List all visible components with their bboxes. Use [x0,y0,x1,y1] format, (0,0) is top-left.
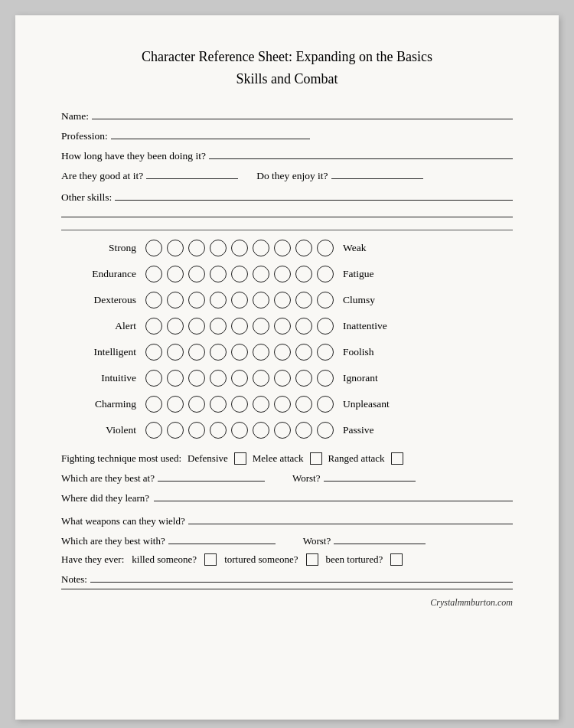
name-input[interactable] [92,107,513,119]
circle-5[interactable] [231,292,248,309]
circle-9[interactable] [317,344,334,361]
defensive-checkbox[interactable] [234,452,246,465]
do-they-label: Do they enjoy it? [256,170,328,182]
circle-8[interactable] [295,240,312,256]
circle-4[interactable] [210,422,227,439]
circle-1[interactable] [145,266,162,282]
trait-row-charming: Charming Unpleasant [61,396,513,413]
weapons-worst-input[interactable] [334,532,426,544]
circle-8[interactable] [295,266,312,282]
enjoy-input[interactable] [331,167,423,179]
weapons-worst-part: Worst? [303,532,426,547]
circle-4[interactable] [210,344,227,361]
profession-input[interactable] [111,127,310,139]
circle-5[interactable] [231,266,248,282]
circle-2[interactable] [167,240,184,256]
circle-2[interactable] [167,422,184,439]
circle-3[interactable] [188,240,205,256]
circle-1[interactable] [145,240,162,256]
how-long-input[interactable] [209,147,513,159]
circle-9[interactable] [317,370,334,387]
circle-3[interactable] [188,292,205,309]
circle-4[interactable] [210,266,227,282]
circle-4[interactable] [210,240,227,256]
circle-1[interactable] [145,318,162,335]
circle-1[interactable] [145,344,162,361]
circle-5[interactable] [231,370,248,387]
other-skills-label: Other skills: [61,191,112,204]
circle-8[interactable] [295,292,312,309]
notes-input[interactable] [90,570,513,583]
circle-8[interactable] [295,370,312,387]
circle-7[interactable] [274,422,291,439]
circle-2[interactable] [167,266,184,282]
circle-6[interactable] [253,344,269,361]
circle-3[interactable] [188,422,205,439]
wield-input[interactable] [188,512,513,524]
trait-left-endurance: Endurance [61,268,145,280]
circle-3[interactable] [188,344,205,361]
circle-6[interactable] [253,318,269,335]
circle-6[interactable] [253,266,269,282]
circle-1[interactable] [145,292,162,309]
circle-6[interactable] [253,292,269,309]
weapons-best-input[interactable] [168,532,276,544]
melee-checkbox[interactable] [310,452,322,465]
circle-6[interactable] [253,422,269,439]
killed-checkbox[interactable] [204,553,217,566]
circle-2[interactable] [167,396,184,413]
notes-line: Notes: [61,570,513,586]
circle-1[interactable] [145,422,162,439]
circle-3[interactable] [188,370,205,387]
tortured-checkbox[interactable] [306,553,318,566]
circle-8[interactable] [295,422,312,439]
circle-7[interactable] [274,292,291,309]
circle-4[interactable] [210,370,227,387]
circle-2[interactable] [167,370,184,387]
circle-7[interactable] [274,396,291,413]
circle-8[interactable] [295,344,312,361]
been-tortured-checkbox[interactable] [390,553,403,566]
trait-right-charming: Unpleasant [334,398,418,410]
circle-1[interactable] [145,370,162,387]
circle-5[interactable] [231,318,248,335]
circle-2[interactable] [167,318,184,335]
circle-3[interactable] [188,266,205,282]
circle-2[interactable] [167,292,184,309]
worst-input-combat[interactable] [324,469,416,482]
good-at-input[interactable] [146,167,238,179]
notes-label: Notes: [61,573,87,586]
circle-8[interactable] [295,318,312,335]
circle-9[interactable] [317,422,334,439]
circle-7[interactable] [274,370,291,387]
circle-2[interactable] [167,344,184,361]
circle-7[interactable] [274,318,291,335]
circle-4[interactable] [210,292,227,309]
circle-9[interactable] [317,396,334,413]
other-skills-input[interactable] [115,188,513,201]
circle-8[interactable] [295,396,312,413]
circle-3[interactable] [188,318,205,335]
circle-6[interactable] [253,240,269,256]
circle-7[interactable] [274,266,291,282]
circle-5[interactable] [231,240,248,256]
circle-7[interactable] [274,344,291,361]
circle-4[interactable] [210,318,227,335]
ranged-checkbox[interactable] [391,452,403,465]
circle-9[interactable] [317,240,334,256]
which-best-input[interactable] [158,469,265,482]
circle-9[interactable] [317,266,334,282]
have-they-line: Have they ever: killed someone? tortured… [61,553,513,566]
circle-5[interactable] [231,344,248,361]
circle-6[interactable] [253,370,269,387]
circle-4[interactable] [210,396,227,413]
circle-7[interactable] [274,240,291,256]
circle-6[interactable] [253,396,269,413]
circle-9[interactable] [317,292,334,309]
circle-1[interactable] [145,396,162,413]
circle-5[interactable] [231,396,248,413]
circle-9[interactable] [317,318,334,335]
circle-3[interactable] [188,396,205,413]
circle-5[interactable] [231,422,248,439]
where-input[interactable] [154,489,513,501]
